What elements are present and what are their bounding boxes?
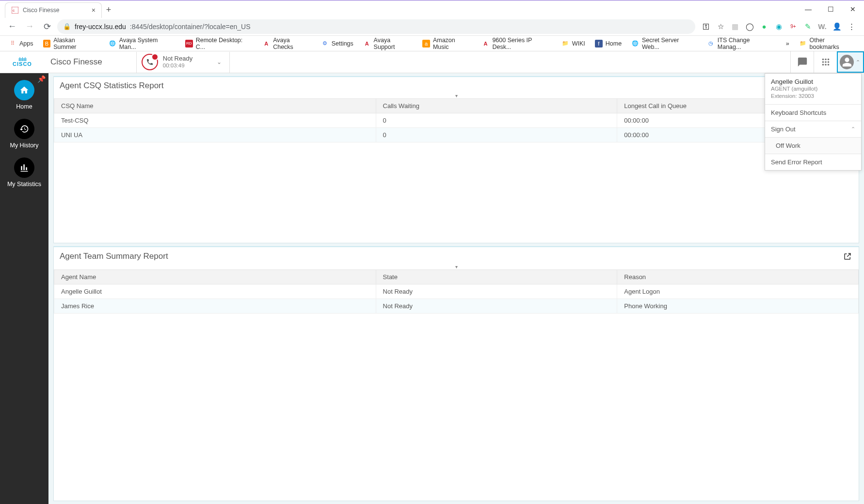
cell: James Rice xyxy=(54,299,376,314)
collapse-handle[interactable]: ▾ xyxy=(54,264,859,269)
phone-not-ready-icon xyxy=(142,54,158,70)
tab-strip: c Cisco Finesse × + xyxy=(0,0,115,17)
main-area: 📌 Home My History My Statistics Agent CS… xyxy=(0,73,864,504)
user-extension: Extension: 32003 xyxy=(771,93,855,100)
close-tab-icon[interactable]: × xyxy=(92,6,96,14)
bookmark-icon: ◷ xyxy=(707,40,715,47)
lock-icon: 🔒 xyxy=(63,23,71,30)
bookmark-item[interactable]: ⚙Settings xyxy=(317,37,357,50)
apps-button[interactable]: ⠿Apps xyxy=(5,37,37,50)
content: Agent CSQ Statistics Report ▾ CSQ Name C… xyxy=(48,73,864,504)
cell: Phone Working xyxy=(617,299,859,314)
other-bookmarks[interactable]: 📁Other bookmarks xyxy=(795,37,859,50)
dropdown-sign-out[interactable]: Sign Out⌃ xyxy=(765,121,861,138)
profile-icon[interactable]: 👤 xyxy=(832,22,842,32)
maximize-button[interactable]: ☐ xyxy=(819,0,842,18)
bookmark-item[interactable]: aAmazon Music xyxy=(418,37,476,50)
chevron-up-icon: ⌃ xyxy=(851,126,855,132)
svg-point-8 xyxy=(822,64,824,66)
sidebar-item-home[interactable]: Home xyxy=(14,80,34,110)
forward-button[interactable]: → xyxy=(22,19,37,34)
sidebar-item-label: Home xyxy=(16,103,32,110)
col-agent-name[interactable]: Agent Name xyxy=(54,270,376,284)
key-icon[interactable]: ⚿ xyxy=(701,22,711,32)
bookmark-overflow[interactable]: » xyxy=(782,37,793,50)
app-title: Cisco Finesse xyxy=(39,57,136,67)
cell: 0 xyxy=(376,128,617,142)
agent-state-selector[interactable]: Not Ready 00:03:49 ⌄ xyxy=(136,52,230,73)
col-state[interactable]: State xyxy=(376,270,617,284)
dialpad-button[interactable] xyxy=(814,51,837,73)
chevron-right-icon: » xyxy=(786,40,789,47)
chat-button[interactable] xyxy=(790,51,814,73)
bookmark-item[interactable]: A9600 Series IP Desk... xyxy=(478,37,556,50)
cell: Test-CSQ xyxy=(54,113,376,128)
cell: Angelle Guillot xyxy=(54,284,376,299)
sidebar-item-statistics[interactable]: My Statistics xyxy=(7,158,41,188)
window-titlebar: c Cisco Finesse × + — ☐ ✕ xyxy=(0,0,864,17)
table-row: Test-CSQ 0 00:00:00 xyxy=(54,113,859,128)
cell: UNI UA xyxy=(54,128,376,142)
minimize-button[interactable]: — xyxy=(797,0,819,18)
col-reason[interactable]: Reason xyxy=(617,270,859,284)
star-icon[interactable]: ☆ xyxy=(716,22,725,32)
gear-icon: ⚙ xyxy=(321,40,329,47)
sidebar-item-label: My History xyxy=(10,142,38,149)
bookmark-icon: A xyxy=(482,40,490,47)
svg-point-9 xyxy=(825,64,827,66)
ext-icon-7[interactable]: W. xyxy=(817,22,827,32)
collapse-handle[interactable]: ▾ xyxy=(54,93,859,98)
csq-table: CSQ Name Calls Waiting Longest Call in Q… xyxy=(54,98,859,142)
reload-button[interactable]: ⟳ xyxy=(40,19,54,34)
col-csq-name[interactable]: CSQ Name xyxy=(54,99,376,113)
svg-point-2 xyxy=(822,59,824,61)
url-path: :8445/desktop/container/?locale=en_US xyxy=(130,23,251,31)
popout-button[interactable] xyxy=(842,251,853,262)
bookmark-item[interactable]: RDRemote Desktop: C... xyxy=(181,37,257,50)
back-button[interactable]: ← xyxy=(5,19,19,34)
bookmark-item[interactable]: BAlaskan Summer xyxy=(39,37,103,50)
browser-tab[interactable]: c Cisco Finesse × xyxy=(5,2,102,18)
toolbar: ← → ⟳ 🔒 frey-uccx.lsu.edu:8445/desktop/c… xyxy=(0,17,864,36)
panel-title: Agent Team Summary Report xyxy=(60,252,168,261)
panel-title: Agent CSQ Statistics Report xyxy=(60,81,163,91)
pin-icon[interactable]: 📌 xyxy=(37,75,46,83)
table-row: Angelle Guillot Not Ready Agent Logon xyxy=(54,284,859,299)
bookmark-item[interactable]: 📁WIKI xyxy=(558,37,589,50)
ext-icon-1[interactable]: ▦ xyxy=(730,22,740,32)
ext-icon-5[interactable]: 9+ xyxy=(788,22,798,32)
bookmark-item[interactable]: 🌐Avaya System Man... xyxy=(105,37,179,50)
svg-point-4 xyxy=(827,59,829,61)
csq-statistics-panel: Agent CSQ Statistics Report ▾ CSQ Name C… xyxy=(53,76,859,243)
ext-icon-4[interactable]: ◉ xyxy=(774,22,784,32)
col-calls-waiting[interactable]: Calls Waiting xyxy=(376,99,617,113)
bookmark-icon: f xyxy=(595,40,603,47)
chevron-up-icon: ⌃ xyxy=(856,59,860,65)
ext-icon-6[interactable]: ✎ xyxy=(803,22,813,32)
bookmark-item[interactable]: fHome xyxy=(591,37,625,50)
new-tab-button[interactable]: + xyxy=(102,3,115,17)
dropdown-send-error-report[interactable]: Send Error Report xyxy=(765,154,861,170)
sidebar-item-history[interactable]: My History xyxy=(10,119,38,149)
sidebar-item-label: My Statistics xyxy=(7,181,41,188)
cisco-logo: ılıılıılı CISCO xyxy=(0,57,39,67)
address-bar[interactable]: 🔒 frey-uccx.lsu.edu:8445/desktop/contain… xyxy=(57,19,695,34)
browser-menu-icon[interactable]: ⋮ xyxy=(847,22,856,32)
omnibox-icons: ⚿ ☆ ▦ ◯ ● ◉ 9+ ✎ W. 👤 ⋮ xyxy=(698,22,859,32)
bookmark-item[interactable]: AAvaya Support xyxy=(359,37,416,50)
bookmark-item[interactable]: AAvaya Checks xyxy=(258,37,315,50)
ext-icon-3[interactable]: ● xyxy=(759,22,769,32)
ext-icon-2[interactable]: ◯ xyxy=(745,22,754,32)
bookmark-item[interactable]: ◷ITS Change Manag... xyxy=(703,37,778,50)
dropdown-off-work[interactable]: Off Work xyxy=(765,138,861,154)
cell: 0 xyxy=(376,113,617,128)
bookmark-icon: B xyxy=(43,40,51,47)
bookmark-icon: RD xyxy=(185,40,193,47)
team-summary-panel: Agent Team Summary Report ▾ Agent Name S… xyxy=(53,246,859,501)
user-menu-button[interactable]: ⌃ xyxy=(837,51,864,73)
window-controls: — ☐ ✕ xyxy=(797,0,864,18)
user-name: Angelle Guillot xyxy=(771,78,855,85)
dropdown-keyboard-shortcuts[interactable]: Keyboard Shortcuts xyxy=(765,105,861,121)
close-window-button[interactable]: ✕ xyxy=(842,0,864,18)
bookmark-item[interactable]: 🌐Secret Server Web... xyxy=(627,37,701,50)
